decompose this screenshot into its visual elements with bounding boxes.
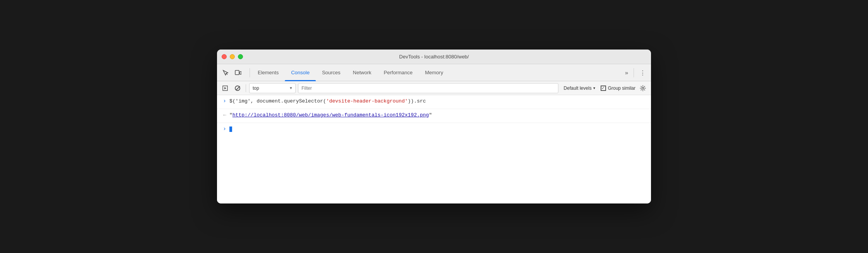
console-prompt-input-1: ›: [217, 97, 229, 104]
console-output: › $('img', document.querySelector('devsi…: [217, 95, 651, 203]
console-prompt-output-1: ←: [217, 112, 229, 118]
console-prompt-current: ›: [217, 125, 229, 132]
console-settings-button[interactable]: [638, 83, 648, 93]
console-line-2: ← "http://localhost:8080/web/images/web-…: [217, 109, 651, 123]
device-toggle-button[interactable]: [232, 67, 243, 78]
inspect-element-button[interactable]: [220, 67, 231, 78]
execute-button[interactable]: [220, 83, 230, 93]
levels-arrow-icon: ▾: [593, 86, 595, 90]
console-text-part-1a: $('img', document.querySelector(: [229, 98, 326, 104]
console-current-input[interactable]: [229, 125, 648, 133]
window-title: DevTools - localhost:8080/web/: [399, 54, 469, 60]
log-levels-button[interactable]: Default levels ▾: [561, 85, 598, 92]
title-bar: DevTools - localhost:8080/web/: [217, 50, 651, 64]
tab-bar-divider: [250, 68, 250, 77]
svg-rect-2: [240, 72, 241, 74]
console-line-1: › $('img', document.querySelector('devsi…: [217, 95, 651, 109]
context-selector[interactable]: top ▾: [249, 83, 296, 93]
console-text-part-1c: )).src: [408, 98, 426, 104]
tab-console[interactable]: Console: [285, 64, 316, 81]
console-content-1: $('img', document.querySelector('devsite…: [229, 97, 648, 105]
console-text-part-1b: 'devsite-header-background': [326, 98, 408, 104]
console-content-2: "http://localhost:8080/web/images/web-fu…: [229, 111, 648, 119]
tab-performance[interactable]: Performance: [377, 64, 418, 81]
console-quote-open: ": [229, 112, 232, 118]
tab-bar-divider-right: [634, 68, 634, 77]
group-similar-checkbox[interactable]: ✓ Group similar: [601, 85, 636, 91]
tab-sources[interactable]: Sources: [316, 64, 347, 81]
console-cursor: [229, 126, 232, 132]
devtools-window: DevTools - localhost:8080/web/ Elements: [217, 50, 651, 203]
console-toolbar: top ▾ Default levels ▾ ✓ Group similar: [217, 81, 651, 95]
toolbar-divider-1: [246, 84, 246, 92]
checkbox-checked-icon: ✓: [601, 85, 606, 91]
context-selector-arrow: ▾: [290, 85, 292, 91]
svg-point-5: [642, 87, 644, 89]
tab-memory[interactable]: Memory: [419, 64, 450, 81]
close-button[interactable]: [222, 54, 227, 59]
console-input-line[interactable]: ›: [217, 123, 651, 137]
maximize-button[interactable]: [238, 54, 243, 59]
clear-console-button[interactable]: [232, 83, 243, 93]
svg-line-0: [226, 73, 228, 75]
tab-elements[interactable]: Elements: [251, 64, 285, 81]
devtools-icon-group: [220, 67, 243, 78]
console-url-link[interactable]: http://localhost:8080/web/images/web-fun…: [232, 112, 429, 118]
filter-input[interactable]: [298, 83, 558, 93]
tab-network[interactable]: Network: [347, 64, 378, 81]
devtools-menu-button[interactable]: ⋮: [637, 67, 648, 78]
tab-bar: Elements Console Sources Network Perform…: [217, 64, 651, 81]
console-quote-close: ": [429, 112, 432, 118]
svg-rect-1: [235, 70, 239, 75]
more-tabs-button[interactable]: »: [621, 67, 632, 78]
minimize-button[interactable]: [230, 54, 235, 59]
svg-marker-4: [224, 87, 226, 89]
traffic-lights: [222, 54, 243, 59]
